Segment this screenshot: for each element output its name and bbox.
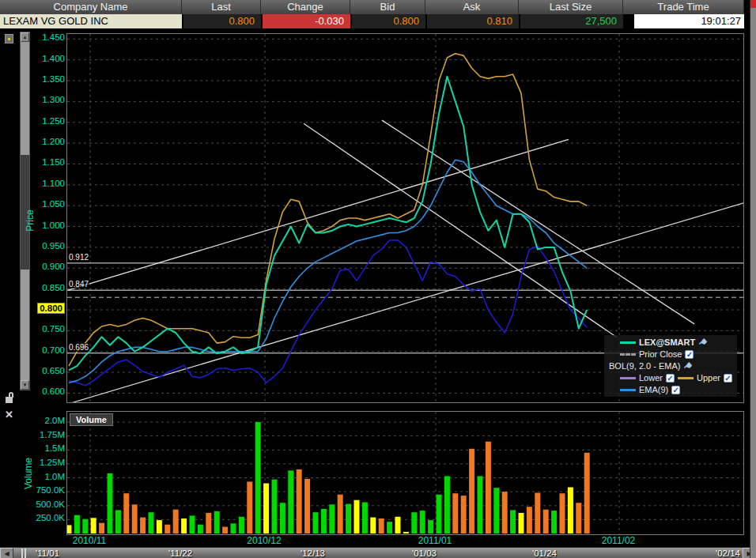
volume-bar[interactable]: [231, 523, 236, 533]
volume-bar[interactable]: [370, 518, 376, 533]
volume-bar[interactable]: [486, 442, 491, 533]
volume-bar[interactable]: [222, 527, 228, 534]
volume-bar[interactable]: [411, 512, 417, 533]
volume-bar[interactable]: [551, 511, 557, 533]
volume-bar[interactable]: [478, 476, 483, 533]
scroll-down-icon[interactable]: ▼: [21, 380, 29, 390]
legend-bollinger[interactable]: BOL(9, 2.0 - EMA): [609, 360, 680, 372]
volume-bar[interactable]: [387, 522, 392, 533]
volume-bar[interactable]: [297, 469, 302, 533]
volume-bar[interactable]: [510, 510, 516, 533]
volume-bar[interactable]: [329, 504, 335, 533]
ema-swatch: [620, 389, 636, 391]
lower-checkbox[interactable]: ✓: [666, 374, 675, 383]
volume-bar[interactable]: [173, 510, 179, 533]
volume-bar[interactable]: [493, 488, 499, 533]
series-lower[interactable]: [69, 240, 587, 386]
chart-legend: LEX@SMART ☚ Prior Close ✓ BOL(9, 2.0 - E…: [604, 335, 737, 397]
volume-bar[interactable]: [247, 481, 252, 533]
lower-band-swatch: [620, 377, 636, 379]
volume-bar[interactable]: [272, 480, 278, 533]
volume-bar[interactable]: [132, 504, 138, 533]
volume-bar[interactable]: [560, 493, 565, 533]
trendline[interactable]: [68, 139, 569, 290]
volume-bar[interactable]: [164, 525, 170, 533]
volume-bar[interactable]: [206, 513, 211, 533]
volume-bar[interactable]: [157, 520, 162, 533]
trendline[interactable]: [382, 120, 694, 324]
volume-bar[interactable]: [198, 525, 203, 533]
price-chart[interactable]: LEX@SMART ☚ Prior Close ✓ BOL(9, 2.0 - E…: [66, 33, 744, 403]
volume-bar[interactable]: [74, 515, 80, 533]
upper-checkbox[interactable]: ✓: [724, 374, 732, 383]
volume-bar[interactable]: [452, 493, 458, 533]
volume-bar[interactable]: [428, 520, 433, 533]
volume-bar[interactable]: [91, 518, 96, 533]
volume-bar[interactable]: [461, 496, 467, 533]
scrollbar-handle[interactable]: [21, 549, 26, 558]
volume-bar[interactable]: [543, 510, 549, 533]
horizontal-scrollbar[interactable]: ◀ ▶ '11/01'11/22'12/13'01/03'01/24'02/14: [0, 547, 756, 558]
volume-bar[interactable]: [338, 495, 343, 533]
volume-bar[interactable]: [280, 503, 285, 533]
series-ema[interactable]: [69, 160, 587, 383]
series-upper[interactable]: [69, 54, 587, 366]
volume-bar[interactable]: [304, 479, 310, 533]
company-name-cell[interactable]: LEXAM VG GOLD INC: [0, 14, 182, 28]
volume-bar[interactable]: [395, 517, 401, 533]
volume-bar[interactable]: [190, 515, 195, 533]
close-icon[interactable]: ✕: [5, 409, 13, 420]
volume-bar[interactable]: [67, 525, 72, 533]
volume-bar[interactable]: [263, 484, 269, 534]
volume-bar[interactable]: [255, 422, 261, 533]
price-tick-label: 1.000: [30, 221, 65, 230]
volume-bar[interactable]: [123, 493, 129, 533]
right-rail-scrollbar[interactable]: [750, 0, 756, 558]
prior-close-checkbox[interactable]: ✓: [685, 350, 694, 359]
trendline[interactable]: [304, 123, 617, 337]
price-tick-label: 1.300: [30, 95, 65, 104]
volume-bar[interactable]: [469, 449, 474, 533]
volume-bar[interactable]: [584, 453, 590, 533]
volume-bar[interactable]: [502, 492, 508, 533]
volume-bar[interactable]: [82, 519, 88, 533]
volume-bar[interactable]: [313, 512, 319, 533]
volume-bar[interactable]: [535, 493, 540, 534]
volume-bar[interactable]: [99, 523, 104, 533]
volume-bar[interactable]: [527, 507, 532, 533]
legend-ema[interactable]: EMA(9): [639, 384, 668, 396]
scroll-up-icon[interactable]: ▲: [21, 32, 29, 42]
volume-bar[interactable]: [519, 513, 524, 533]
legend-lower[interactable]: Lower: [639, 372, 663, 384]
volume-bar[interactable]: [140, 518, 146, 533]
legend-lex-smart[interactable]: LEX@SMART: [639, 337, 695, 349]
volume-bar[interactable]: [115, 510, 121, 533]
legend-upper[interactable]: Upper: [697, 372, 720, 384]
volume-bar[interactable]: [437, 495, 442, 533]
volume-bar[interactable]: [108, 473, 113, 533]
unlock-icon[interactable]: [6, 392, 15, 404]
volume-bar[interactable]: [239, 517, 244, 533]
scroll-left-icon[interactable]: ◀: [0, 548, 13, 558]
volume-bar[interactable]: [288, 470, 293, 533]
ema-checkbox[interactable]: ✓: [671, 386, 680, 394]
volume-bar[interactable]: [354, 500, 360, 533]
volume-bar[interactable]: [181, 518, 187, 533]
volume-bar[interactable]: [149, 512, 154, 533]
volume-bar[interactable]: [568, 488, 573, 534]
volume-bar[interactable]: [420, 511, 425, 533]
volume-bar[interactable]: [214, 511, 220, 533]
last-header: Last: [182, 0, 261, 14]
volume-bar[interactable]: [403, 532, 409, 533]
volume-bar[interactable]: [321, 509, 327, 533]
volume-bar[interactable]: [444, 476, 450, 533]
scrollbar-date-label: '01/24: [532, 548, 557, 558]
volume-bar[interactable]: [346, 504, 351, 533]
volume-panel-label[interactable]: Volume: [70, 413, 113, 426]
volume-bar[interactable]: [379, 518, 384, 533]
volume-bar[interactable]: [362, 503, 368, 534]
volume-chart[interactable]: Volume: [66, 411, 744, 535]
panel-corner-icon[interactable]: [5, 34, 13, 43]
volume-bar[interactable]: [576, 503, 581, 533]
legend-prior-close[interactable]: Prior Close: [639, 349, 682, 360]
